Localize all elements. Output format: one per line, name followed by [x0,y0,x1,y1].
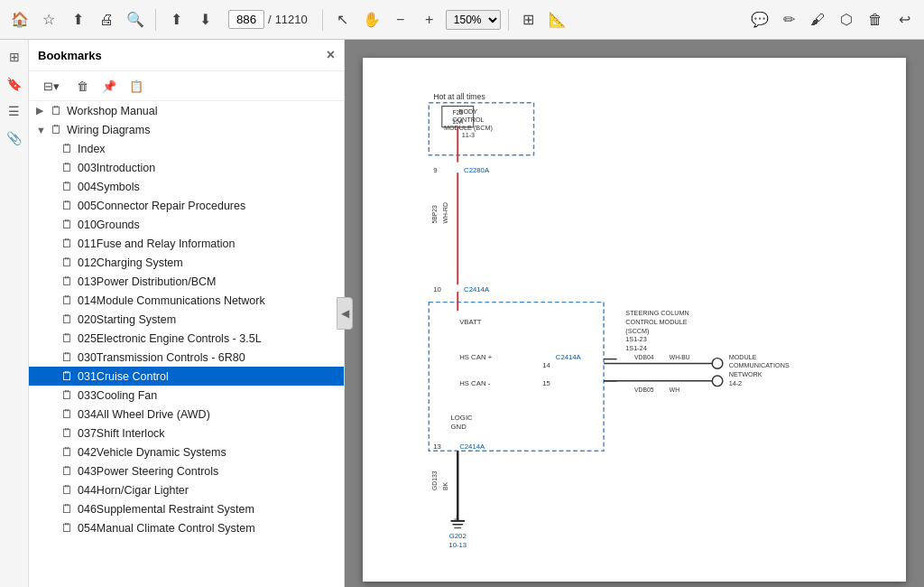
home-icon[interactable]: 🏠 [7,7,32,33]
svg-text:15: 15 [542,379,550,387]
bookmark-005connector[interactable]: 🗒 005Connector Repair Procedures [29,196,344,215]
bookmark-label: 025Electronic Engine Controls - 3.5L [78,332,262,345]
toolbar-right: 💬 ✏ 🖌 ⬡ 🗑 ↩ [747,7,917,33]
bookmark-030transmission[interactable]: 🗒 030Transmission Controls - 6R80 [29,348,344,367]
search-zoom-icon[interactable]: 🔍 [123,7,148,33]
svg-text:F23: F23 [452,109,463,116]
expand-collapse-btn[interactable]: ⊟▾ [36,75,67,97]
attachments-icon[interactable]: 📎 [3,126,26,150]
page-icon: 🗒 [61,180,73,193]
cursor-tool-icon[interactable]: ↖ [330,7,356,33]
bookmark-042vehicle[interactable]: 🗒 042Vehicle Dynamic Systems [29,443,344,461]
bookmarks-toolbar: ⊟▾ 🗑 📌 📋 [29,71,344,101]
svg-point-37 [712,359,723,369]
svg-text:HS CAN -: HS CAN - [459,379,490,387]
svg-text:GND: GND [451,423,467,431]
bookmark-012charging[interactable]: 🗒 012Charging System [29,253,344,272]
bookmark-star-icon[interactable]: ☆ [36,7,61,33]
close-bookmarks-button[interactable]: × [327,47,335,63]
bookmark-020starting[interactable]: 🗒 020Starting System [29,310,344,329]
page-icon: 🗒 [61,502,73,516]
navigate-up-icon[interactable]: ⬆ [163,7,189,33]
bookmarks-panel: Bookmarks × ⊟▾ 🗑 📌 📋 ▶ 🗒 Workshop Manual… [29,40,345,587]
navigate-down-icon[interactable]: ⬇ [192,7,217,33]
page-icon: 🗒 [61,445,73,459]
page-icon: 🗒 [61,350,73,364]
bookmark-label: 004Symbols [78,181,140,193]
sep3 [508,9,509,31]
print-icon[interactable]: 🖨 [94,7,119,33]
delete-bookmark-btn[interactable]: 🗑 [70,75,94,97]
svg-text:C2414A: C2414A [556,353,582,361]
bookmark-workshop-manual[interactable]: ▶ 🗒 Workshop Manual [29,101,344,120]
svg-text:13: 13 [433,443,441,451]
zoom-select[interactable]: 50%75%100%125% 150%200%300% [446,10,501,30]
page-icon: 🗒 [61,275,73,288]
bookmark-label: 033Cooling Fan [78,389,157,402]
bookmark-054manual-climate[interactable]: 🗒 054Manual Climate Control System [29,518,344,537]
bookmark-index[interactable]: 🗒 Index [29,139,344,158]
svg-text:⏚: ⏚ [454,513,459,523]
bookmark-033cooling[interactable]: 🗒 033Cooling Fan [29,386,344,405]
page-sep: / [268,13,272,26]
upload-icon[interactable]: ⬆ [65,7,90,33]
svg-text:C2414A: C2414A [459,443,485,451]
pdf-content-area[interactable]: Hot at all times BODY CONTROL MODULE (BC… [345,40,924,587]
svg-text:COMMUNICATIONS: COMMUNICATIONS [729,361,790,369]
zoom-out-icon[interactable]: − [388,7,413,33]
collapse-panel-handle[interactable]: ◀ [337,297,353,330]
pages-icon[interactable]: ⊞ [3,45,26,69]
page-icon: 🗒 [61,426,73,440]
bookmarks-list: ▶ 🗒 Workshop Manual ▼ 🗒 Wiring Diagrams … [29,101,344,587]
bookmark-011fuse[interactable]: 🗒 011Fuse and Relay Information [29,234,344,253]
undo-icon[interactable]: ↩ [892,7,917,33]
comment-icon[interactable]: 💬 [747,7,772,33]
svg-text:(SCCM): (SCCM) [625,327,649,335]
page-icon: 🗒 [61,483,73,497]
hot-at-all-times-label: Hot at all times [433,92,485,101]
svg-text:LOGIC: LOGIC [451,414,474,422]
bookmark-034awd[interactable]: 🗒 034All Wheel Drive (AWD) [29,405,344,424]
hand-tool-icon[interactable]: ✋ [359,7,384,33]
svg-text:HS CAN +: HS CAN + [459,353,492,361]
page-input[interactable]: 886 [228,10,264,29]
zoom-in-icon[interactable]: + [417,7,442,33]
svg-text:1S1-24: 1S1-24 [625,344,646,352]
bookmark-025electronic[interactable]: 🗒 025Electronic Engine Controls - 3.5L [29,329,344,348]
highlight-icon[interactable]: 🖌 [805,7,830,33]
bookmark-046supplemental[interactable]: 🗒 046Supplemental Restraint System [29,499,344,518]
sep2 [322,9,323,31]
svg-text:VDB04: VDB04 [634,354,654,360]
page-icon: 🗒 [51,123,62,136]
more-options-btn[interactable]: 📋 [125,75,148,97]
bookmark-label: 046Supplemental Restraint System [78,503,254,516]
bookmark-043power-steering[interactable]: 🗒 043Power Steering Controls [29,461,344,480]
sep1 [155,9,156,31]
pen-icon[interactable]: ✏ [776,7,801,33]
crop-icon[interactable]: ⊞ [516,7,541,33]
svg-text:5BP23: 5BP23 [431,205,438,224]
bookmark-013power[interactable]: 🗒 013Power Distribution/BCM [29,272,344,291]
expand-icon: ▶ [36,105,47,116]
bookmark-010grounds[interactable]: 🗒 010Grounds [29,215,344,234]
delete-icon[interactable]: 🗑 [863,7,888,33]
bookmark-label: Workshop Manual [67,105,158,117]
main-area: ⊞ 🔖 ☰ 📎 Bookmarks × ⊟▾ 🗑 📌 📋 ▶ 🗒 Worksho… [0,40,924,587]
layers-icon[interactable]: ☰ [3,99,26,123]
add-bookmark-btn[interactable]: 📌 [97,75,121,97]
page-icon: 🗒 [61,142,73,155]
stamp-icon[interactable]: ⬡ [834,7,859,33]
page-icon: 🗒 [61,407,73,421]
bookmark-031cruise[interactable]: 🗒 031Cruise Control [29,367,344,386]
bookmark-003intro[interactable]: 🗒 003Introduction [29,158,344,177]
bookmark-004symbols[interactable]: 🗒 004Symbols [29,177,344,196]
svg-text:CONTROL MODULE: CONTROL MODULE [625,318,687,326]
bookmarks-nav-icon[interactable]: 🔖 [3,72,26,96]
bookmark-label: 003Introduction [78,162,155,174]
bookmark-037shift[interactable]: 🗒 037Shift Interlock [29,424,344,443]
bookmark-044horn[interactable]: 🗒 044Horn/Cigar Lighter [29,480,344,499]
measure-icon[interactable]: 📐 [545,7,570,33]
bookmark-wiring-diagrams[interactable]: ▼ 🗒 Wiring Diagrams [29,120,344,139]
bookmark-014module[interactable]: 🗒 014Module Communications Network [29,291,344,310]
svg-text:C2280A: C2280A [464,166,490,174]
